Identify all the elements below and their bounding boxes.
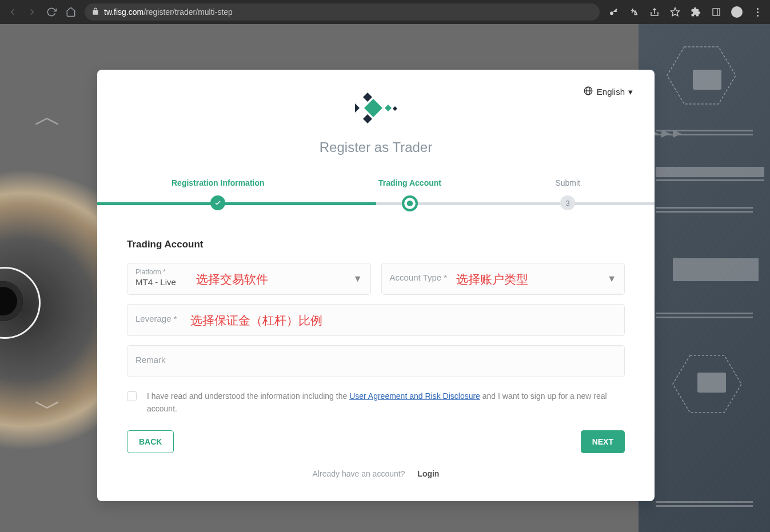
- step-1: Registration Information: [171, 178, 265, 211]
- svg-rect-17: [656, 179, 764, 181]
- agreement-link[interactable]: User Agreement and Risk Disclosure: [349, 391, 480, 401]
- svg-point-13: [716, 377, 721, 383]
- svg-rect-23: [656, 501, 753, 503]
- star-icon[interactable]: [669, 6, 681, 18]
- address-bar[interactable]: tw.fisg.com/register/trader/multi-step: [85, 3, 600, 21]
- platform-select[interactable]: Platform * MT4 - Live ▼ 选择交易软件: [127, 263, 371, 295]
- consent-checkbox[interactable]: [127, 391, 137, 401]
- url-host: tw.fisg.com: [104, 7, 143, 17]
- step-3: Submit 3: [555, 178, 580, 211]
- svg-point-8: [705, 74, 712, 81]
- svg-marker-31: [363, 93, 372, 102]
- reload-icon[interactable]: [46, 6, 57, 18]
- svg-rect-16: [656, 167, 764, 177]
- step-2-label: Trading Account: [378, 178, 441, 190]
- svg-point-7: [697, 74, 704, 81]
- svg-rect-14: [656, 130, 753, 131]
- globe-icon: [583, 86, 593, 98]
- home-icon[interactable]: [65, 6, 77, 18]
- svg-rect-15: [656, 134, 753, 135]
- platform-label: Platform *: [135, 268, 362, 276]
- page-background: ︿ ﹀: [0, 24, 770, 532]
- key-icon[interactable]: [608, 6, 619, 18]
- profile-avatar[interactable]: [731, 6, 743, 18]
- svg-point-12: [708, 378, 713, 384]
- bg-chevron-up-icon: ︿: [34, 98, 62, 135]
- page-title: Register as Trader: [127, 139, 625, 155]
- register-card: English ▾ Register as Trader Registratio: [97, 70, 655, 501]
- extensions-icon[interactable]: [690, 6, 701, 18]
- brand-logo: [127, 90, 625, 126]
- lock-icon: [91, 7, 99, 17]
- svg-marker-33: [355, 103, 360, 113]
- caret-down-icon: ▼: [607, 274, 616, 284]
- step-2-circle: [402, 195, 418, 211]
- step-3-circle: 3: [560, 195, 575, 210]
- svg-marker-1: [671, 8, 680, 16]
- step-3-label: Submit: [555, 178, 580, 190]
- forward-icon[interactable]: [26, 6, 38, 18]
- footer: Already have an account? Login: [127, 469, 625, 478]
- caret-down-icon: ▼: [353, 274, 362, 284]
- stepper: Registration Information Trading Account…: [97, 178, 655, 211]
- back-button[interactable]: BACK: [127, 430, 174, 453]
- svg-rect-24: [656, 505, 753, 507]
- browser-right-icons: [608, 6, 763, 18]
- language-selector[interactable]: English ▾: [583, 86, 633, 98]
- leverage-select[interactable]: Leverage * 选择保证金（杠杆）比例: [127, 304, 625, 336]
- account-type-select[interactable]: Account Type * ▼ 选择账户类型: [381, 263, 625, 295]
- login-link[interactable]: Login: [417, 469, 439, 478]
- svg-rect-19: [656, 211, 753, 213]
- browser-toolbar: tw.fisg.com/register/trader/multi-step: [0, 0, 770, 24]
- section-title: Trading Account: [127, 239, 625, 250]
- remark-label: Remark: [135, 355, 166, 365]
- svg-marker-35: [385, 105, 392, 111]
- bg-right-panel: [639, 24, 770, 532]
- language-label: English: [597, 87, 625, 97]
- url-path: /register/trader/multi-step: [143, 7, 233, 17]
- svg-rect-2: [713, 9, 720, 15]
- menu-icon[interactable]: [752, 6, 763, 18]
- caret-down-icon: ▾: [628, 87, 633, 97]
- translate-icon[interactable]: [628, 6, 640, 18]
- share-icon[interactable]: [649, 6, 660, 18]
- consent-text: I have read and understood the informati…: [147, 390, 625, 415]
- svg-rect-20: [673, 258, 759, 281]
- next-button[interactable]: NEXT: [581, 430, 625, 453]
- svg-marker-34: [364, 99, 382, 117]
- svg-point-9: [713, 74, 720, 81]
- svg-rect-18: [656, 207, 753, 209]
- svg-rect-22: [656, 317, 753, 318]
- footer-prompt: Already have an account?: [313, 469, 405, 478]
- step-1-label: Registration Information: [171, 178, 265, 190]
- svg-point-0: [610, 11, 613, 15]
- account-type-label: Account Type *: [390, 268, 617, 282]
- svg-rect-21: [656, 313, 753, 314]
- window-icon[interactable]: [711, 6, 722, 18]
- consent-row: I have read and understood the informati…: [127, 390, 625, 415]
- step-1-circle: [210, 195, 225, 210]
- remark-input[interactable]: Remark: [127, 345, 625, 377]
- svg-point-11: [700, 377, 706, 383]
- platform-value: MT4 - Live: [135, 277, 362, 287]
- svg-marker-36: [393, 106, 397, 111]
- svg-marker-32: [363, 114, 372, 123]
- bg-chevron-down-icon: ﹀: [34, 390, 62, 426]
- leverage-label: Leverage *: [135, 309, 616, 323]
- step-2: Trading Account: [378, 178, 441, 211]
- back-icon[interactable]: [7, 6, 18, 18]
